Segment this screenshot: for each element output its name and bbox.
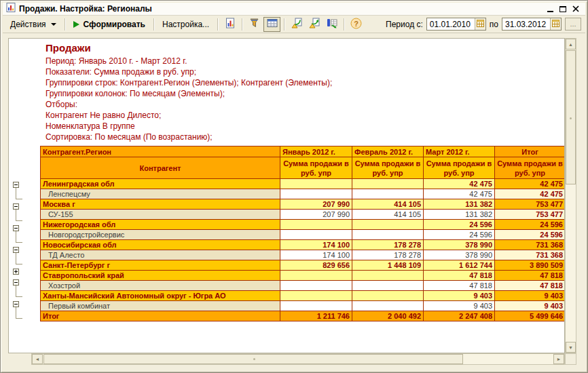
collapse-button[interactable]: [13, 247, 19, 253]
collapse-button[interactable]: [13, 301, 19, 307]
row-label-cell[interactable]: Новгородстройсервис: [41, 230, 280, 240]
collapse-button[interactable]: [13, 182, 19, 188]
header-contractor-cell[interactable]: Контрагент: [41, 157, 280, 179]
value-cell[interactable]: 42 475: [424, 189, 495, 199]
value-cell[interactable]: 9 403: [424, 291, 495, 301]
vertical-scrollbar[interactable]: ▲ ▼: [565, 38, 576, 353]
collapse-button[interactable]: [13, 203, 19, 210]
value-cell[interactable]: [352, 220, 424, 230]
scroll-left-button[interactable]: ◄: [32, 354, 43, 364]
value-cell[interactable]: [280, 271, 352, 281]
output-table-button[interactable]: [323, 17, 340, 32]
value-cell[interactable]: 42 475: [495, 179, 566, 189]
value-cell[interactable]: 1 612 744: [424, 260, 495, 271]
value-cell[interactable]: 24 596: [495, 220, 566, 230]
value-cell[interactable]: [280, 189, 352, 199]
period-more-button[interactable]: ...: [565, 18, 581, 31]
value-cell[interactable]: 753 477: [495, 199, 566, 210]
scroll-right-button[interactable]: ►: [553, 354, 564, 364]
row-label-cell[interactable]: Ханты-Мансийский Автономный округ - Югра…: [41, 291, 280, 301]
value-cell[interactable]: 3 890 509: [495, 260, 566, 271]
value-cell[interactable]: 42 475: [424, 179, 495, 189]
header-month-cell[interactable]: Январь 2012 г.: [280, 146, 352, 157]
value-cell[interactable]: [280, 301, 352, 311]
row-label-cell[interactable]: Ленинградская обл: [41, 179, 280, 189]
value-cell[interactable]: 207 990: [280, 210, 352, 220]
value-cell[interactable]: 378 990: [424, 250, 495, 260]
value-cell[interactable]: [352, 291, 424, 301]
row-label-cell[interactable]: Ставропольский край: [41, 271, 280, 281]
value-cell[interactable]: 24 596: [424, 220, 495, 230]
value-cell[interactable]: 42 475: [495, 189, 566, 199]
value-cell[interactable]: [280, 230, 352, 240]
row-label-cell[interactable]: Ленспецсму: [41, 189, 280, 199]
value-cell[interactable]: [280, 179, 352, 189]
value-cell[interactable]: 178 278: [352, 240, 424, 250]
header-region-cell[interactable]: Контрагент.Регион: [41, 146, 280, 157]
value-cell[interactable]: [352, 179, 424, 189]
value-cell[interactable]: 753 477: [495, 210, 566, 220]
period-from-input[interactable]: [427, 18, 475, 30]
help-button[interactable]: ?: [348, 17, 365, 32]
row-label-cell[interactable]: СУ-155: [41, 210, 280, 220]
value-cell[interactable]: 47 818: [424, 281, 495, 291]
table-settings-button[interactable]: [263, 17, 280, 32]
header-total-cell[interactable]: Итог: [495, 146, 566, 157]
measure-cell[interactable]: Сумма продажи в руб. упр: [352, 157, 424, 179]
filter-button[interactable]: [246, 17, 263, 32]
value-cell[interactable]: 414 105: [352, 210, 424, 220]
actions-button[interactable]: Действия: [5, 17, 61, 32]
report-variants-button[interactable]: [221, 17, 238, 32]
value-cell[interactable]: 9 403: [495, 301, 566, 311]
scroll-down-button[interactable]: ▼: [566, 342, 576, 353]
minimize-button[interactable]: [547, 11, 553, 12]
value-cell[interactable]: 414 105: [352, 199, 424, 210]
restore-settings-button[interactable]: [288, 17, 305, 32]
row-label-cell[interactable]: Нижегородская обл: [41, 220, 280, 230]
row-label-cell[interactable]: ТД Алесто: [41, 250, 280, 260]
scroll-up-button[interactable]: ▲: [566, 39, 576, 50]
value-cell[interactable]: 174 100: [280, 250, 352, 260]
value-cell[interactable]: [352, 189, 424, 199]
header-month-cell[interactable]: Февраль 2012 г.: [352, 146, 424, 157]
value-cell[interactable]: 829 656: [280, 260, 352, 271]
horizontal-scrollbar[interactable]: ◄ ►: [31, 353, 565, 365]
value-cell[interactable]: 131 382: [424, 210, 495, 220]
measure-cell[interactable]: Сумма продажи в руб. упр: [280, 157, 352, 179]
calendar-button-from[interactable]: [475, 18, 485, 30]
value-cell[interactable]: [280, 291, 352, 301]
value-cell[interactable]: 9 403: [495, 291, 566, 301]
value-cell[interactable]: [280, 281, 352, 291]
value-cell[interactable]: [352, 281, 424, 291]
close-button[interactable]: [572, 3, 579, 15]
header-month-cell[interactable]: Март 2012 г.: [424, 146, 495, 157]
row-label-cell[interactable]: Санкт-Петербург г: [41, 260, 280, 271]
calendar-button-to[interactable]: [550, 18, 561, 30]
row-label-cell[interactable]: Москва г: [41, 199, 280, 210]
measure-cell[interactable]: Сумма продажи в руб. упр: [424, 157, 495, 179]
save-settings-button[interactable]: [306, 17, 323, 32]
row-label-cell[interactable]: Хозстрой: [41, 281, 280, 291]
generate-button[interactable]: Сформировать: [69, 17, 150, 32]
value-cell[interactable]: [352, 271, 424, 281]
value-cell[interactable]: 178 278: [352, 250, 424, 260]
hscroll-thumb[interactable]: [43, 354, 463, 364]
row-label-cell[interactable]: Итог: [41, 311, 280, 321]
collapse-button[interactable]: [13, 279, 19, 286]
value-cell[interactable]: 47 818: [424, 271, 495, 281]
value-cell[interactable]: 174 100: [280, 240, 352, 250]
measure-cell[interactable]: Сумма продажи в руб. упр: [495, 157, 566, 179]
value-cell[interactable]: 24 596: [495, 230, 566, 240]
value-cell[interactable]: [280, 220, 352, 230]
row-label-cell[interactable]: Первый комбинат: [41, 301, 280, 311]
value-cell[interactable]: 47 818: [495, 281, 566, 291]
vscroll-thumb[interactable]: [566, 50, 576, 184]
value-cell[interactable]: [352, 301, 424, 311]
collapse-button[interactable]: [13, 225, 19, 231]
value-cell[interactable]: 207 990: [280, 199, 352, 210]
value-cell[interactable]: 378 990: [424, 240, 495, 250]
value-cell[interactable]: 731 368: [495, 250, 566, 260]
value-cell[interactable]: [352, 230, 424, 240]
settings-button[interactable]: Настройка...: [158, 17, 214, 32]
value-cell[interactable]: 1 448 109: [352, 260, 424, 271]
